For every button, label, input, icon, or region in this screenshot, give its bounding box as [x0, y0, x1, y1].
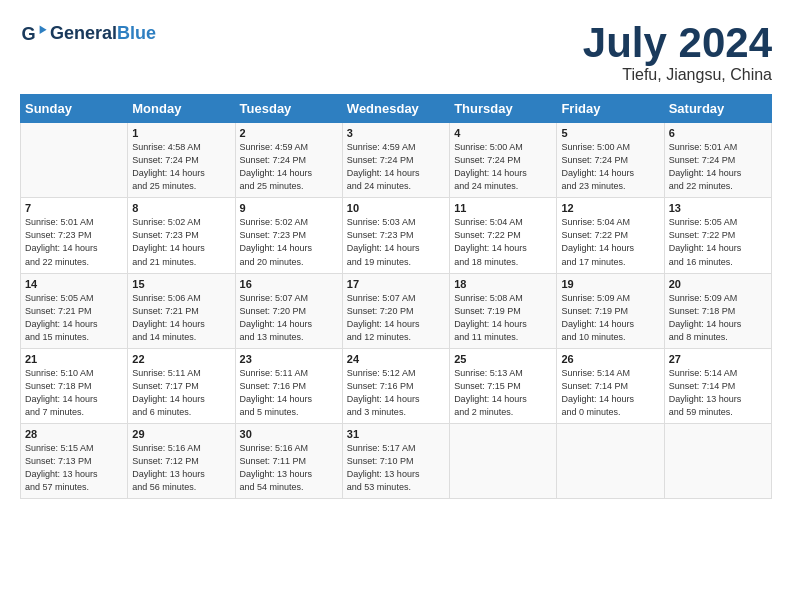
calendar-cell: 6Sunrise: 5:01 AM Sunset: 7:24 PM Daylig… [664, 123, 771, 198]
calendar-week-1: 1Sunrise: 4:58 AM Sunset: 7:24 PM Daylig… [21, 123, 772, 198]
calendar-cell: 30Sunrise: 5:16 AM Sunset: 7:11 PM Dayli… [235, 423, 342, 498]
day-info: Sunrise: 5:09 AM Sunset: 7:19 PM Dayligh… [561, 292, 659, 344]
day-info: Sunrise: 5:07 AM Sunset: 7:20 PM Dayligh… [347, 292, 445, 344]
calendar-cell: 21Sunrise: 5:10 AM Sunset: 7:18 PM Dayli… [21, 348, 128, 423]
calendar-cell: 11Sunrise: 5:04 AM Sunset: 7:22 PM Dayli… [450, 198, 557, 273]
day-number: 1 [132, 127, 230, 139]
day-number: 2 [240, 127, 338, 139]
day-number: 19 [561, 278, 659, 290]
calendar-cell: 27Sunrise: 5:14 AM Sunset: 7:14 PM Dayli… [664, 348, 771, 423]
calendar-cell [21, 123, 128, 198]
title-block: July 2024 Tiefu, Jiangsu, China [583, 20, 772, 84]
day-number: 29 [132, 428, 230, 440]
calendar-cell: 3Sunrise: 4:59 AM Sunset: 7:24 PM Daylig… [342, 123, 449, 198]
day-info: Sunrise: 5:06 AM Sunset: 7:21 PM Dayligh… [132, 292, 230, 344]
day-info: Sunrise: 5:14 AM Sunset: 7:14 PM Dayligh… [561, 367, 659, 419]
day-info: Sunrise: 5:02 AM Sunset: 7:23 PM Dayligh… [240, 216, 338, 268]
day-info: Sunrise: 5:05 AM Sunset: 7:22 PM Dayligh… [669, 216, 767, 268]
header-monday: Monday [128, 95, 235, 123]
day-number: 10 [347, 202, 445, 214]
calendar-cell: 10Sunrise: 5:03 AM Sunset: 7:23 PM Dayli… [342, 198, 449, 273]
calendar-header-row: SundayMondayTuesdayWednesdayThursdayFrid… [21, 95, 772, 123]
header-tuesday: Tuesday [235, 95, 342, 123]
day-number: 11 [454, 202, 552, 214]
day-number: 7 [25, 202, 123, 214]
calendar-cell: 8Sunrise: 5:02 AM Sunset: 7:23 PM Daylig… [128, 198, 235, 273]
calendar-cell: 13Sunrise: 5:05 AM Sunset: 7:22 PM Dayli… [664, 198, 771, 273]
day-info: Sunrise: 5:03 AM Sunset: 7:23 PM Dayligh… [347, 216, 445, 268]
day-info: Sunrise: 5:16 AM Sunset: 7:11 PM Dayligh… [240, 442, 338, 494]
header-friday: Friday [557, 95, 664, 123]
day-info: Sunrise: 5:01 AM Sunset: 7:23 PM Dayligh… [25, 216, 123, 268]
calendar-cell: 25Sunrise: 5:13 AM Sunset: 7:15 PM Dayli… [450, 348, 557, 423]
header-sunday: Sunday [21, 95, 128, 123]
calendar-cell: 9Sunrise: 5:02 AM Sunset: 7:23 PM Daylig… [235, 198, 342, 273]
day-number: 23 [240, 353, 338, 365]
day-number: 5 [561, 127, 659, 139]
day-info: Sunrise: 5:11 AM Sunset: 7:16 PM Dayligh… [240, 367, 338, 419]
calendar-cell: 7Sunrise: 5:01 AM Sunset: 7:23 PM Daylig… [21, 198, 128, 273]
calendar-cell: 15Sunrise: 5:06 AM Sunset: 7:21 PM Dayli… [128, 273, 235, 348]
day-info: Sunrise: 5:00 AM Sunset: 7:24 PM Dayligh… [561, 141, 659, 193]
day-number: 6 [669, 127, 767, 139]
day-info: Sunrise: 5:17 AM Sunset: 7:10 PM Dayligh… [347, 442, 445, 494]
day-info: Sunrise: 5:04 AM Sunset: 7:22 PM Dayligh… [561, 216, 659, 268]
month-year: July 2024 [583, 20, 772, 66]
header-thursday: Thursday [450, 95, 557, 123]
day-number: 25 [454, 353, 552, 365]
day-info: Sunrise: 5:08 AM Sunset: 7:19 PM Dayligh… [454, 292, 552, 344]
day-number: 17 [347, 278, 445, 290]
calendar-cell: 24Sunrise: 5:12 AM Sunset: 7:16 PM Dayli… [342, 348, 449, 423]
day-number: 14 [25, 278, 123, 290]
day-info: Sunrise: 5:10 AM Sunset: 7:18 PM Dayligh… [25, 367, 123, 419]
calendar-cell: 26Sunrise: 5:14 AM Sunset: 7:14 PM Dayli… [557, 348, 664, 423]
day-number: 9 [240, 202, 338, 214]
header-saturday: Saturday [664, 95, 771, 123]
day-info: Sunrise: 5:01 AM Sunset: 7:24 PM Dayligh… [669, 141, 767, 193]
day-info: Sunrise: 4:59 AM Sunset: 7:24 PM Dayligh… [347, 141, 445, 193]
day-info: Sunrise: 5:13 AM Sunset: 7:15 PM Dayligh… [454, 367, 552, 419]
header-wednesday: Wednesday [342, 95, 449, 123]
calendar-cell [450, 423, 557, 498]
logo-icon: G [20, 20, 48, 48]
day-info: Sunrise: 5:14 AM Sunset: 7:14 PM Dayligh… [669, 367, 767, 419]
calendar-cell: 20Sunrise: 5:09 AM Sunset: 7:18 PM Dayli… [664, 273, 771, 348]
calendar-cell: 14Sunrise: 5:05 AM Sunset: 7:21 PM Dayli… [21, 273, 128, 348]
day-number: 13 [669, 202, 767, 214]
svg-marker-2 [40, 26, 47, 34]
day-info: Sunrise: 5:11 AM Sunset: 7:17 PM Dayligh… [132, 367, 230, 419]
day-number: 15 [132, 278, 230, 290]
calendar-cell: 18Sunrise: 5:08 AM Sunset: 7:19 PM Dayli… [450, 273, 557, 348]
day-info: Sunrise: 4:58 AM Sunset: 7:24 PM Dayligh… [132, 141, 230, 193]
day-number: 18 [454, 278, 552, 290]
day-info: Sunrise: 5:12 AM Sunset: 7:16 PM Dayligh… [347, 367, 445, 419]
day-number: 16 [240, 278, 338, 290]
page-header: G GeneralBlue July 2024 Tiefu, Jiangsu, … [20, 20, 772, 84]
day-number: 27 [669, 353, 767, 365]
calendar-cell: 29Sunrise: 5:16 AM Sunset: 7:12 PM Dayli… [128, 423, 235, 498]
calendar-cell: 2Sunrise: 4:59 AM Sunset: 7:24 PM Daylig… [235, 123, 342, 198]
calendar-cell: 17Sunrise: 5:07 AM Sunset: 7:20 PM Dayli… [342, 273, 449, 348]
calendar-cell: 23Sunrise: 5:11 AM Sunset: 7:16 PM Dayli… [235, 348, 342, 423]
calendar-table: SundayMondayTuesdayWednesdayThursdayFrid… [20, 94, 772, 499]
day-number: 30 [240, 428, 338, 440]
calendar-week-4: 21Sunrise: 5:10 AM Sunset: 7:18 PM Dayli… [21, 348, 772, 423]
day-number: 12 [561, 202, 659, 214]
day-number: 8 [132, 202, 230, 214]
day-info: Sunrise: 5:07 AM Sunset: 7:20 PM Dayligh… [240, 292, 338, 344]
day-number: 21 [25, 353, 123, 365]
calendar-cell: 4Sunrise: 5:00 AM Sunset: 7:24 PM Daylig… [450, 123, 557, 198]
day-info: Sunrise: 5:05 AM Sunset: 7:21 PM Dayligh… [25, 292, 123, 344]
day-info: Sunrise: 4:59 AM Sunset: 7:24 PM Dayligh… [240, 141, 338, 193]
calendar-cell: 5Sunrise: 5:00 AM Sunset: 7:24 PM Daylig… [557, 123, 664, 198]
day-info: Sunrise: 5:00 AM Sunset: 7:24 PM Dayligh… [454, 141, 552, 193]
location: Tiefu, Jiangsu, China [583, 66, 772, 84]
day-info: Sunrise: 5:04 AM Sunset: 7:22 PM Dayligh… [454, 216, 552, 268]
logo-general: General [50, 23, 117, 43]
day-number: 24 [347, 353, 445, 365]
day-info: Sunrise: 5:15 AM Sunset: 7:13 PM Dayligh… [25, 442, 123, 494]
svg-text:G: G [21, 24, 35, 44]
day-number: 20 [669, 278, 767, 290]
day-number: 26 [561, 353, 659, 365]
day-number: 4 [454, 127, 552, 139]
